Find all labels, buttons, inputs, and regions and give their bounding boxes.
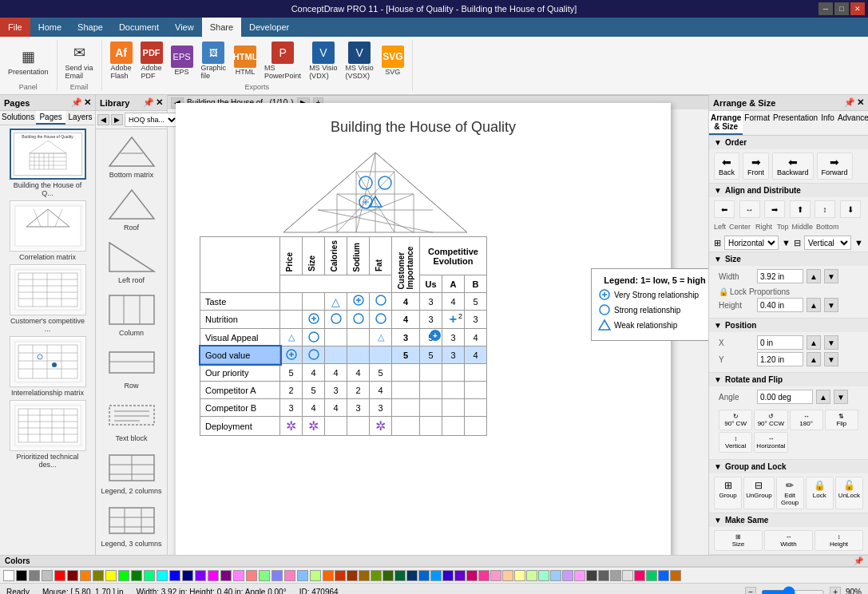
horizontal-dropdown[interactable]: Horizontal	[724, 236, 779, 250]
width-down-button[interactable]: ▼	[824, 269, 838, 283]
cell-compa-fat[interactable]: 4	[370, 382, 392, 399]
tab-solutions[interactable]: Solutions	[0, 111, 36, 125]
cell-compa-importance[interactable]	[392, 382, 420, 399]
align-top-button[interactable]: ⬆	[790, 200, 811, 218]
cell-taste-a[interactable]: 4	[442, 293, 465, 311]
lib-item-roof[interactable]: Roof	[106, 185, 157, 232]
cell-nutrition-a[interactable]: + 2	[442, 311, 465, 329]
eps-button[interactable]: EPS EPS	[168, 44, 196, 77]
swatch-silver[interactable]	[42, 570, 53, 581]
lib-item-rectangle[interactable]: Rectangle	[106, 554, 157, 555]
cell-deploy-sodium[interactable]	[347, 417, 370, 436]
height-up-button[interactable]: ▲	[807, 298, 821, 312]
adobe-flash-button[interactable]: Af AdobeFlash	[107, 40, 136, 81]
close-button[interactable]: ✕	[850, 2, 865, 15]
x-up-button[interactable]: ▲	[807, 335, 821, 350]
tab-home[interactable]: Home	[30, 18, 69, 37]
position-section-header[interactable]: ▼ Position	[709, 319, 868, 332]
cell-visual-calories[interactable]	[325, 329, 347, 346]
cell-compa-b[interactable]	[465, 382, 487, 399]
cell-nutrition-size[interactable]	[303, 311, 325, 329]
cell-compb-size[interactable]: 4	[303, 399, 325, 417]
swatch-palegreen[interactable]	[310, 570, 321, 581]
swatch-lightgreen[interactable]	[259, 570, 270, 581]
cell-priority-calories[interactable]: 4	[325, 364, 347, 382]
svg-button[interactable]: SVG SVG	[379, 44, 407, 77]
cell-taste-fat[interactable]	[370, 293, 392, 311]
cell-compa-calories[interactable]: 3	[325, 382, 347, 399]
swatch-maroon[interactable]	[67, 570, 78, 581]
cell-compb-b[interactable]	[465, 399, 487, 417]
cell-compb-sodium[interactable]: 3	[347, 399, 370, 417]
ungroup-button[interactable]: ⊟ UnGroup	[743, 477, 774, 509]
size-section-header[interactable]: ▼ Size	[709, 252, 868, 266]
cell-deploy-calories[interactable]	[325, 417, 347, 436]
cell-priority-size[interactable]: 4	[303, 364, 325, 382]
rtab-info[interactable]: Info	[819, 111, 836, 135]
library-forward-button[interactable]: ▶	[111, 114, 123, 125]
tab-developer[interactable]: Developer	[241, 18, 297, 37]
zoom-out-button[interactable]: −	[745, 587, 756, 594]
rotate-90ccw-button[interactable]: ↺ 90° CCW	[754, 410, 787, 430]
cell-deploy-us[interactable]	[420, 417, 442, 436]
order-section-header[interactable]: ▼ Order	[709, 136, 868, 149]
x-down-button[interactable]: ▼	[824, 335, 838, 350]
angle-up-button[interactable]: ▲	[816, 390, 830, 404]
cell-visual-size[interactable]	[303, 329, 325, 346]
cell-deploy-fat[interactable]: ✲	[370, 417, 392, 436]
cell-good-calories[interactable]	[325, 346, 347, 364]
unlock-button[interactable]: 🔓 UnLock	[835, 477, 863, 509]
cell-taste-b[interactable]: 5	[465, 293, 487, 311]
page-item-5[interactable]: Prioritized technical des...	[3, 400, 92, 469]
backward-button[interactable]: ⬅ Backward	[772, 152, 814, 180]
tab-view[interactable]: View	[167, 18, 202, 37]
zoom-slider[interactable]	[761, 590, 825, 595]
cell-good-us[interactable]: 5	[420, 346, 442, 364]
cell-visual-importance[interactable]: 3	[392, 329, 420, 346]
tab-pages[interactable]: Pages	[36, 111, 65, 125]
swatch-yellow[interactable]	[105, 570, 117, 581]
right-panel-pin[interactable]: 📌	[844, 97, 855, 108]
cell-nutrition-b[interactable]: 3	[465, 311, 487, 329]
html-button[interactable]: HTML HTML	[231, 44, 260, 77]
cell-compa-us[interactable]	[420, 382, 442, 399]
cell-compa-a[interactable]	[442, 382, 465, 399]
page-item-1[interactable]: Building the House of Quality	[3, 129, 92, 197]
swatch-green[interactable]	[131, 570, 142, 581]
swatch-darkpurple[interactable]	[220, 570, 232, 581]
tab-document[interactable]: Document	[111, 18, 167, 37]
rtab-advanced[interactable]: Advanced	[836, 111, 868, 135]
cell-nutrition-importance[interactable]: 4	[392, 311, 420, 329]
cell-visual-fat[interactable]: △	[370, 329, 392, 346]
right-panel-close[interactable]: ✕	[857, 97, 864, 108]
send-email-button[interactable]: ✉ Send viaEmail	[62, 40, 97, 81]
swatch-black[interactable]	[16, 570, 27, 581]
swatch-hotpink[interactable]	[284, 570, 295, 581]
angle-input[interactable]	[757, 390, 813, 404]
cell-compb-calories[interactable]: 4	[325, 399, 347, 417]
width-up-button[interactable]: ▲	[807, 269, 821, 283]
cell-priority-importance[interactable]	[392, 364, 420, 382]
cell-good-size[interactable]	[303, 346, 325, 364]
height-input[interactable]	[757, 298, 803, 312]
lock-button[interactable]: 🔒 Lock	[806, 477, 834, 509]
cell-visual-a[interactable]: 3	[442, 329, 465, 346]
make-same-size-button[interactable]: ⊞ Size	[714, 530, 763, 551]
swatch-purple[interactable]	[195, 570, 206, 581]
cell-compa-size[interactable]: 5	[303, 382, 325, 399]
cell-nutrition-us[interactable]: 3	[420, 311, 442, 329]
width-input[interactable]	[757, 269, 803, 283]
cell-compb-fat[interactable]: 3	[370, 399, 392, 417]
adobe-pdf-button[interactable]: PDF AdobePDF	[137, 40, 166, 81]
swatch-cyan[interactable]	[157, 570, 168, 581]
cell-taste-importance[interactable]: 4	[392, 293, 420, 311]
cell-priority-b[interactable]	[465, 364, 487, 382]
y-down-button[interactable]: ▼	[824, 352, 838, 366]
align-section-header[interactable]: ▼ Align and Distribute	[709, 184, 868, 197]
colors-pin[interactable]: 📌	[854, 556, 863, 565]
height-down-button[interactable]: ▼	[824, 298, 838, 312]
cell-good-fat[interactable]	[370, 346, 392, 364]
cell-deploy-price[interactable]: ✲	[280, 417, 303, 436]
cell-good-sodium[interactable]	[347, 346, 370, 364]
align-left-button[interactable]: ⬅	[714, 200, 735, 218]
